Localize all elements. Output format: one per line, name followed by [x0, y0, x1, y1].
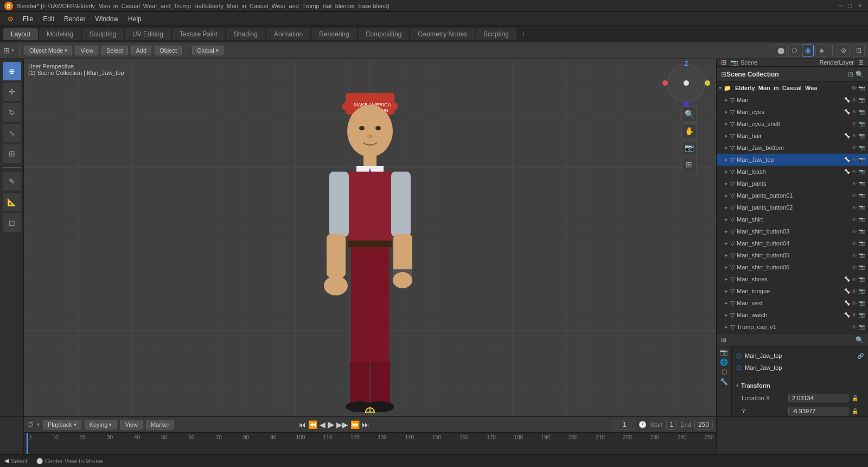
outliner-item-man_leash[interactable]: ▸▽Man_leash🦴👁📷 — [717, 166, 868, 178]
viewport-gizmo[interactable]: Z 🔍 ✋ 📷 ⊞ — [667, 64, 711, 108]
play-end-icon[interactable]: ⏭ — [362, 420, 369, 429]
tree-vis-eye-icon[interactable]: 👁 — [852, 157, 857, 163]
viewport-zoom-in[interactable]: 🔍 — [681, 106, 697, 122]
tree-vis-camera-icon[interactable]: 📷 — [859, 288, 865, 294]
outliner-item-man_shirt_button03[interactable]: ▸▽Man_shirt_button03👁📷 — [717, 225, 868, 237]
timeline-ruler[interactable]: 1102030405060708090100110120130140150160… — [24, 433, 716, 454]
vis-render-icon[interactable]: 📷 — [858, 85, 865, 91]
tree-vis-eye-icon[interactable]: 👁 — [852, 253, 857, 258]
object-name-label[interactable]: Man_Jaw_top — [745, 352, 782, 359]
tree-vis-eye-icon[interactable]: 👁 — [852, 169, 857, 175]
maximize-button[interactable]: □ — [846, 2, 854, 10]
start-frame-input[interactable]: 1 — [666, 420, 678, 430]
viewport-shading-rendered[interactable]: ◉ — [802, 45, 814, 56]
outliner-filter-icon[interactable]: ⊟ — [848, 71, 853, 78]
menu-help[interactable]: Help — [124, 14, 146, 24]
prev-keyframe-icon[interactable]: ⏪ — [308, 420, 317, 429]
tool-transform[interactable]: ⊞ — [3, 144, 21, 163]
outliner-item-man_shirt_button05[interactable]: ▸▽Man_shirt_button05👁📷 — [717, 249, 868, 261]
tab-add-button[interactable]: + — [518, 28, 530, 40]
outliner-item-man_watch[interactable]: ▸▽Man_watch🦴👁📷 — [717, 309, 868, 321]
keying-menu-button[interactable]: Keying ▾ — [85, 420, 117, 430]
location-x-lock-icon[interactable]: 🔓 — [852, 395, 858, 401]
tree-vis-eye-icon[interactable]: 👁 — [852, 133, 857, 139]
viewport-shading-wire[interactable]: ⬡ — [788, 45, 800, 56]
object-mode-button[interactable]: Object Mode ▾ — [24, 46, 72, 55]
tool-add-box[interactable]: ◻ — [3, 213, 21, 232]
outliner-item-man_shoes[interactable]: ▸▽Man_shoes🦴👁📷 — [717, 273, 868, 285]
current-frame-input[interactable]: 1 — [614, 420, 635, 430]
tree-vis-camera-icon[interactable]: 📷 — [859, 181, 865, 187]
menu-blender[interactable]: ⊙ — [3, 14, 17, 24]
menu-window[interactable]: Window — [91, 14, 123, 24]
tree-vis-camera-icon[interactable]: 📷 — [859, 133, 865, 139]
props-modifier-icon[interactable]: 🔧 — [720, 378, 728, 386]
outliner-item-man_shirt[interactable]: ▸▽Man_shirt👁📷 — [717, 213, 868, 225]
view-menu-button[interactable]: View — [75, 46, 98, 55]
tree-vis-camera-icon[interactable]: 📷 — [859, 264, 865, 270]
menu-edit[interactable]: Edit — [39, 14, 59, 24]
tree-vis-camera-icon[interactable]: 📷 — [859, 229, 865, 235]
tab-geometry-nodes[interactable]: Geometry Nodes — [410, 28, 475, 40]
transform-header[interactable]: ▾ Transform — [736, 380, 864, 392]
close-button[interactable]: ✕ — [856, 2, 864, 10]
outliner-item-man_hair[interactable]: ▸▽Man_hair🦴👁📷 — [717, 130, 868, 142]
vis-eye-icon[interactable]: 👁 — [851, 85, 857, 91]
tool-move[interactable]: ✛ — [3, 83, 21, 101]
global-transform-button[interactable]: Global ▾ — [192, 46, 224, 55]
tab-layout[interactable]: Layout — [3, 28, 38, 40]
outliner-item-man_jaw_top[interactable]: ▸▽Man_Jaw_top🦴👁📷 — [717, 154, 868, 166]
tab-texture-paint[interactable]: Texture Paint — [172, 28, 225, 40]
tab-rendering[interactable]: Rendering — [311, 28, 356, 40]
editor-type-icon[interactable]: ⊞ — [3, 46, 10, 55]
play-button[interactable]: ▶ — [328, 419, 334, 430]
props-render-icon[interactable]: 📷 — [720, 349, 728, 356]
add-menu-button[interactable]: Add — [131, 46, 152, 55]
overlays-button[interactable]: ⊘ — [838, 45, 850, 56]
outliner-item-man_shirt_button06[interactable]: ▸▽Man_shirt_button06👁📷 — [717, 261, 868, 273]
tree-vis-eye-icon[interactable]: 👁 — [852, 145, 857, 151]
props-search-icon[interactable]: 🔍 — [856, 336, 864, 344]
tree-vis-camera-icon[interactable]: 📷 — [859, 157, 865, 163]
playback-menu-button[interactable]: Playback ▾ — [43, 420, 81, 430]
menu-render[interactable]: Render — [60, 14, 90, 24]
tree-vis-eye-icon[interactable]: 👁 — [852, 97, 857, 103]
menu-file[interactable]: File — [18, 14, 37, 24]
object-menu-button[interactable]: Object — [155, 46, 182, 55]
minimize-button[interactable]: ─ — [837, 2, 844, 10]
tree-vis-eye-icon[interactable]: 👁 — [852, 121, 857, 127]
prev-frame-icon[interactable]: ◀ — [320, 420, 326, 429]
tab-uv-editing[interactable]: UV Editing — [125, 28, 171, 40]
tool-rotate[interactable]: ↻ — [3, 103, 21, 122]
tree-vis-eye-icon[interactable]: 👁 — [852, 312, 857, 318]
marker-menu-button[interactable]: Marker — [146, 420, 174, 430]
tool-measure[interactable]: 📐 — [3, 193, 21, 211]
outliner-item-man_pants[interactable]: ▸▽Man_pants👁📷 — [717, 178, 868, 190]
xray-button[interactable]: ⊡ — [853, 45, 865, 56]
outliner-item-man_shirt_button04[interactable]: ▸▽Man_shirt_button04👁📷 — [717, 237, 868, 249]
select-menu-button[interactable]: Select — [101, 46, 128, 55]
outliner-search-icon[interactable]: 🔍 — [856, 71, 864, 78]
viewport-shading-material[interactable]: ◈ — [815, 45, 827, 56]
viewport-camera[interactable]: 📷 — [681, 140, 697, 155]
outliner-item-man_eyes_shell[interactable]: ▸▽Man_eyes_shell👁📷 — [717, 118, 868, 130]
tab-sculpting[interactable]: Sculpting — [82, 28, 124, 40]
tree-vis-camera-icon[interactable]: 📷 — [859, 300, 865, 306]
props-scene-icon[interactable]: 🌐 — [720, 358, 728, 366]
tree-vis-eye-icon[interactable]: 👁 — [852, 205, 857, 211]
tool-scale[interactable]: ⤡ — [3, 124, 21, 142]
tree-vis-eye-icon[interactable]: 👁 — [852, 229, 857, 235]
tree-vis-eye-icon[interactable]: 👁 — [852, 193, 857, 199]
location-x-input[interactable]: 2.03134 — [788, 394, 848, 402]
tree-vis-eye-icon[interactable]: 👁 — [852, 324, 857, 330]
end-frame-input[interactable]: 250 — [694, 420, 713, 430]
viewport-shading-solid[interactable]: ⬤ — [775, 45, 787, 56]
tree-vis-camera-icon[interactable]: 📷 — [859, 109, 865, 115]
outliner-item-man_pants_button01[interactable]: ▸▽Man_pants_button01👁📷 — [717, 190, 868, 201]
tree-vis-camera-icon[interactable]: 📷 — [859, 169, 865, 175]
tree-vis-camera-icon[interactable]: 📷 — [859, 324, 865, 330]
tree-vis-camera-icon[interactable]: 📷 — [859, 193, 865, 199]
viewport-area[interactable]: User Perspective (1) Scene Collection | … — [24, 59, 716, 416]
outliner-item-man_jaw_bottom[interactable]: ▸▽Man_Jaw_bottom👁📷 — [717, 142, 868, 154]
outliner-item-man[interactable]: ▸▽Man🦴👁📷 — [717, 94, 868, 106]
